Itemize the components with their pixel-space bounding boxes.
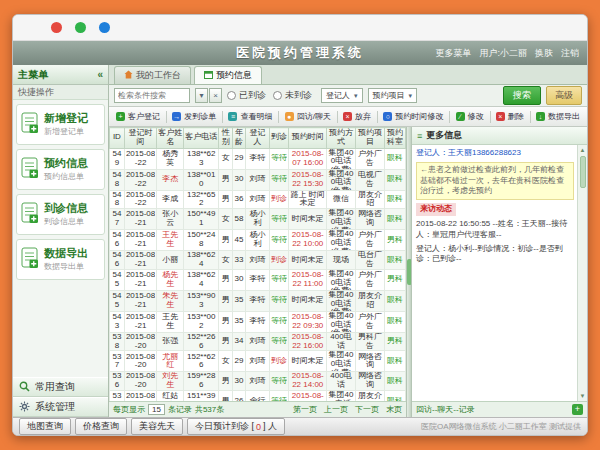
cell-dept: 眼科 — [385, 351, 406, 372]
cell-text: 女 — [220, 215, 230, 224]
tab-1[interactable]: 预约信息 — [194, 66, 262, 84]
search-input[interactable] — [114, 88, 190, 103]
page-link-1[interactable]: 上一页 — [324, 404, 348, 415]
statusbar-button-2[interactable]: 美容先天 — [131, 418, 183, 435]
cell-age: 30 — [232, 372, 245, 391]
page-link-3[interactable]: 末页 — [386, 404, 402, 415]
detail-title: 更多信息 — [426, 129, 462, 142]
sidebar-item-1[interactable]: 预约信息预约信息单 — [16, 149, 105, 190]
cell-item: 朋友介绍 — [355, 190, 385, 209]
sidebar-panel-0[interactable]: 常用查询 — [13, 377, 108, 397]
titlebar-link-3[interactable]: 注销 — [561, 47, 579, 60]
cell-item: 电视广告 — [355, 169, 385, 190]
search-button[interactable]: 搜索 — [503, 86, 541, 105]
scroll-up-icon[interactable]: ▲ — [580, 146, 586, 154]
cell-text: 2015-08-21 — [126, 251, 156, 269]
toolbar-button-label: 回访/聊天 — [297, 111, 331, 122]
cell-text: 537 — [111, 353, 123, 371]
filter-select-0[interactable]: 登记人▾ — [321, 88, 363, 103]
table-row[interactable]: 5462015-08-21王先生150**248男45杨小利等待2015-08-… — [110, 230, 406, 251]
cell-phone: 151**397 — [183, 390, 219, 401]
toolbar-button-2[interactable]: ≡查看明细 — [224, 109, 276, 124]
cell-method: 400电话 — [327, 372, 355, 391]
cell-text: 138**010 — [185, 171, 218, 189]
toolbar-button-3[interactable]: ●回访/聊天 — [281, 109, 335, 124]
filter-select-1[interactable]: 预约项目▾ — [368, 88, 418, 103]
table-row[interactable]: 5482015-08-22李成132**652男36刘琦到诊路上 时间未定微信朋… — [110, 190, 406, 209]
cell-reg: 刘琦 — [246, 169, 270, 190]
toolbar-button-7[interactable]: ×删除 — [492, 109, 528, 124]
page-link-0[interactable]: 第一页 — [293, 404, 317, 415]
table-scroll-area[interactable]: ID登记时间客户姓名客户电话性别年龄登记人到诊预约时间预约方式预约项目预约科室 … — [109, 127, 406, 401]
table-row[interactable]: 5382015-08-20张强152**266男34刘琦等待2015-08-22… — [110, 332, 406, 351]
cell-name: 王先生 — [157, 311, 184, 332]
radio-0[interactable] — [227, 91, 236, 100]
cell-text: 时间未定 — [290, 256, 325, 265]
cell-text: 眼科 — [386, 317, 404, 326]
dropdown-icon[interactable]: ▾ — [195, 88, 208, 103]
cell-age: 36 — [232, 190, 245, 209]
table-row[interactable]: 5462015-08-21小丽138**624女33刘琦到诊时间未定现场电台广告… — [110, 251, 406, 270]
collapse-sidebar-icon[interactable]: « — [97, 69, 103, 80]
filter-select-value: 预约项目 — [373, 90, 405, 101]
search-mini-buttons: ▾× — [195, 88, 222, 103]
table-row[interactable]: 5472015-08-21张小云150**491女58杨小利等待时间未定集团40… — [110, 209, 406, 230]
delete-icon: × — [496, 112, 505, 121]
sidebar-item-3[interactable]: 数据导出数据导出单 — [16, 239, 105, 280]
table-row[interactable]: 5432015-08-21王先生153**002男35李特等待2015-08-2… — [110, 311, 406, 332]
sidebar-item-2[interactable]: 到诊信息到诊信息单 — [16, 194, 105, 235]
cell-text: 刘琦 — [247, 256, 268, 265]
page-link-2[interactable]: 下一页 — [355, 404, 379, 415]
cell-appt: 时间未定 — [289, 351, 327, 372]
toolbar-button-1[interactable]: →发到诊单 — [168, 109, 220, 124]
cell-sex: 男 — [219, 390, 232, 401]
cell-text: 等待 — [271, 236, 287, 245]
titlebar-link-1[interactable]: 用户:小二丽 — [479, 47, 527, 60]
cell-text: 35 — [234, 296, 244, 305]
detail-scrollbar[interactable]: ▲ ▼ — [577, 145, 587, 401]
cell-sex: 男 — [219, 169, 232, 190]
sidebar-item-sublabel: 新增登记单 — [44, 126, 88, 137]
statusbar-button-1[interactable]: 价格查询 — [75, 418, 127, 435]
table-row[interactable]: 5362015-08-20红姑娘151**397男26余行等待2015-08-2… — [110, 390, 406, 401]
cell-text: 36 — [234, 195, 244, 204]
clear-icon[interactable]: × — [209, 88, 222, 103]
window-minimize-button[interactable] — [75, 22, 86, 33]
toolbar-button-8[interactable]: ↓数据导出 — [532, 109, 584, 124]
today-arrivals-button[interactable]: 今日预计到诊 [ 0 ] 人 — [187, 418, 285, 435]
cell-text: 户外广告 — [357, 231, 384, 249]
statusbar-button-0[interactable]: 地图查询 — [19, 418, 71, 435]
cell-sex: 男 — [219, 190, 232, 209]
toolbar-button-5[interactable]: ○预约时间修改 — [379, 109, 447, 124]
toolbar-button-6[interactable]: ∕修改 — [452, 109, 488, 124]
titlebar-link-2[interactable]: 换肤 — [535, 47, 553, 60]
window-close-button[interactable] — [51, 22, 62, 33]
sidebar-section-label: 快捷操作 — [13, 85, 108, 100]
scroll-down-icon[interactable]: ▼ — [580, 392, 586, 400]
cell-name: 朱先生 — [157, 290, 184, 311]
table-row[interactable]: 5482015-08-22李杰138**010男30刘琦等待2015-08-22… — [110, 169, 406, 190]
window-maximize-button[interactable] — [99, 22, 110, 33]
toolbar-button-0[interactable]: +客户登记 — [112, 109, 164, 124]
toolbar-button-4[interactable]: ×放弃 — [339, 109, 375, 124]
cell-text: 朋友介绍 — [357, 292, 384, 310]
sidebar-item-0[interactable]: 新增登记新增登记单 — [16, 104, 105, 145]
table-row[interactable]: 5452015-08-21杨先生138**624男30李特等待2015-08-2… — [110, 269, 406, 290]
scroll-thumb[interactable] — [580, 156, 586, 188]
sidebar-header[interactable]: 主菜单 « — [13, 65, 108, 85]
table-row[interactable]: 5372015-08-20尤丽红152**626女29刘琦到诊时间未定集团400… — [110, 351, 406, 372]
toolbar-button-label: 客户登记 — [128, 111, 160, 122]
table-row[interactable]: 5362015-08-20刘先生159**286男30刘琦等待2015-08-2… — [110, 372, 406, 391]
cell-text: 朱先生 — [158, 292, 182, 310]
cell-text: 李特 — [247, 296, 268, 305]
per-page-select[interactable]: 15 — [148, 404, 165, 415]
cell-phone: 159**286 — [183, 372, 219, 391]
add-record-icon[interactable]: + — [572, 404, 583, 415]
table-row[interactable]: 5492015-08-22杨秀英138**623女29李特等待2015-08-0… — [110, 148, 406, 169]
sidebar-panel-1[interactable]: 系统管理 — [13, 397, 108, 417]
advanced-search-button[interactable]: 高级 — [546, 86, 582, 105]
titlebar-link-0[interactable]: 更多菜单 — [435, 47, 471, 60]
radio-1[interactable] — [273, 91, 282, 100]
tab-0[interactable]: 我的工作台 — [114, 66, 191, 84]
table-row[interactable]: 5452015-08-21朱先生153**903男35李特等待时间未定集团400… — [110, 290, 406, 311]
